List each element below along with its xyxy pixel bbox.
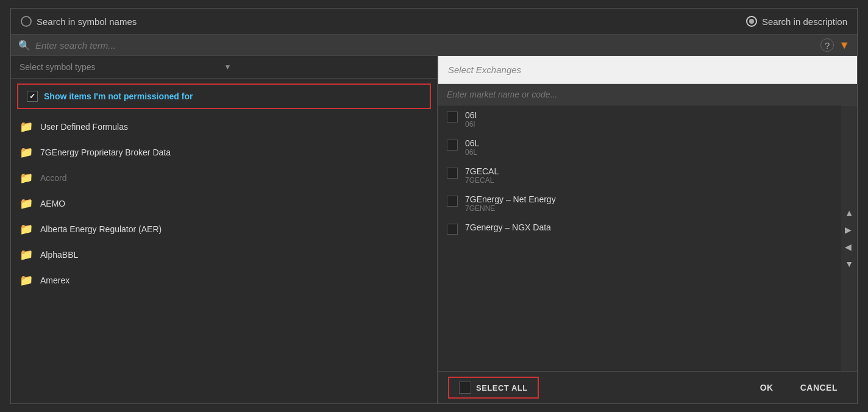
cancel-button[interactable]: CANCEL bbox=[791, 379, 847, 396]
exchange-name: 7GEnergy – Net Energy bbox=[465, 194, 556, 204]
exchange-item[interactable]: 7GECAL 7GECAL bbox=[438, 162, 841, 190]
market-search-bar bbox=[438, 84, 857, 105]
exchanges-header: Select Exchanges bbox=[438, 56, 857, 84]
search-input[interactable] bbox=[35, 40, 816, 51]
exchange-name: 7GECAL bbox=[465, 166, 499, 176]
list-item-label: Alberta Energy Regulator (AER) bbox=[40, 224, 162, 234]
symbol-type-label: Select symbol types bbox=[20, 62, 224, 72]
list-item[interactable]: 📁 AlphaBBL bbox=[11, 242, 437, 268]
right-panel-content: 06I 06I 06L 06L 7GECAL bbox=[438, 105, 857, 371]
permission-label: Show items I'm not permissioned for bbox=[44, 91, 193, 101]
folder-icon: 📁 bbox=[20, 222, 33, 236]
exchange-checkbox[interactable] bbox=[447, 140, 458, 151]
bottom-bar: SELECT ALL OK CANCEL bbox=[438, 371, 857, 403]
scroll-up-icon[interactable]: ▲ bbox=[842, 205, 856, 220]
list-item[interactable]: 📁 AEMO bbox=[11, 191, 437, 216]
expand-right-icon[interactable]: ▶ bbox=[842, 222, 856, 237]
main-dialog: Search in symbol names Search in descrip… bbox=[10, 8, 858, 404]
expand-left-icon[interactable]: ◀ bbox=[842, 240, 856, 254]
list-item-label: 7GEnergy Proprietary Broker Data bbox=[40, 147, 171, 157]
folder-icon: 📁 bbox=[20, 197, 33, 210]
list-item-label: User Defined Formulas bbox=[40, 122, 128, 132]
radio-description[interactable]: Search in description bbox=[746, 16, 847, 27]
exchange-info: 06L 06L bbox=[465, 138, 479, 157]
list-item[interactable]: 📁 Accord bbox=[11, 165, 437, 191]
select-all-checkbox bbox=[459, 382, 471, 394]
select-all-button[interactable]: SELECT ALL bbox=[448, 377, 539, 399]
symbol-type-dropdown[interactable]: Select symbol types ▼ bbox=[11, 56, 437, 79]
market-search-input[interactable] bbox=[447, 90, 848, 99]
radio-description-circle bbox=[746, 16, 757, 27]
help-button[interactable]: ? bbox=[820, 38, 834, 52]
left-panel: Select symbol types ▼ ✓ Show items I'm n… bbox=[11, 56, 438, 403]
list-item-label: AEMO bbox=[40, 199, 65, 208]
exchange-info: 7GEnergy – Net Energy 7GENNE bbox=[465, 194, 556, 213]
exchange-code: 06I bbox=[465, 120, 477, 129]
list-item[interactable]: 📁 7GEnergy Proprietary Broker Data bbox=[11, 140, 437, 165]
exchange-code: 7GENNE bbox=[465, 204, 556, 213]
list-item[interactable]: 📁 Amerex bbox=[11, 268, 437, 293]
radio-symbol-names[interactable]: Search in symbol names bbox=[21, 16, 137, 27]
folder-icon: 📁 bbox=[20, 274, 33, 287]
select-all-label: SELECT ALL bbox=[476, 383, 528, 392]
exchange-info: 7GECAL 7GECAL bbox=[465, 166, 499, 185]
dropdown-arrow-icon: ▼ bbox=[224, 63, 429, 71]
radio-description-label: Search in description bbox=[762, 16, 847, 27]
list-item-label: Amerex bbox=[40, 275, 69, 285]
exchange-info: 7Genergy – NGX Data bbox=[465, 222, 551, 232]
search-icon: 🔍 bbox=[18, 40, 30, 51]
radio-symbol-names-label: Search in symbol names bbox=[37, 16, 137, 27]
exchange-item[interactable]: 7Genergy – NGX Data bbox=[438, 218, 841, 240]
exchange-checkbox[interactable] bbox=[447, 112, 458, 123]
folder-icon: 📁 bbox=[20, 171, 33, 185]
permission-checkbox[interactable]: ✓ bbox=[27, 91, 38, 102]
exchange-info: 06I 06I bbox=[465, 110, 477, 129]
radio-symbol-names-circle bbox=[21, 16, 32, 27]
exchanges-title: Select Exchanges bbox=[448, 65, 521, 75]
ok-button[interactable]: OK bbox=[750, 379, 783, 396]
permission-checkbox-row[interactable]: ✓ Show items I'm not permissioned for bbox=[17, 83, 431, 109]
folder-icon: 📁 bbox=[20, 248, 33, 261]
exchange-item[interactable]: 7GEnergy – Net Energy 7GENNE bbox=[438, 190, 841, 218]
exchange-code: 7GECAL bbox=[465, 176, 499, 185]
list-item-label: Accord bbox=[40, 173, 67, 183]
exchange-checkbox[interactable] bbox=[447, 224, 458, 235]
exchange-name: 7Genergy – NGX Data bbox=[465, 222, 551, 232]
folder-icon: 📁 bbox=[20, 146, 33, 159]
list-item-label: AlphaBBL bbox=[40, 250, 78, 260]
list-item[interactable]: 📁 Alberta Energy Regulator (AER) bbox=[11, 216, 437, 242]
main-area: Select symbol types ▼ ✓ Show items I'm n… bbox=[11, 56, 857, 403]
radio-bar: Search in symbol names Search in descrip… bbox=[11, 9, 857, 34]
exchange-name: 06L bbox=[465, 138, 479, 148]
exchange-checkbox[interactable] bbox=[447, 168, 458, 179]
scroll-down-icon[interactable]: ▼ bbox=[842, 257, 856, 271]
folder-icon: 📁 bbox=[20, 120, 33, 133]
exchange-item[interactable]: 06I 06I bbox=[438, 105, 841, 133]
exchange-code: 06L bbox=[465, 148, 479, 157]
exchange-name: 06I bbox=[465, 110, 477, 120]
right-panel: Select Exchanges 06I 06I bbox=[438, 56, 857, 403]
symbol-list: 📁 User Defined Formulas 📁 7GEnergy Propr… bbox=[11, 114, 437, 403]
side-arrows: ▲ ▶ ◀ ▼ bbox=[841, 105, 857, 371]
exchange-checkbox[interactable] bbox=[447, 196, 458, 207]
exchange-item[interactable]: 06L 06L bbox=[438, 133, 841, 162]
exchanges-list: 06I 06I 06L 06L 7GECAL bbox=[438, 105, 841, 371]
list-item[interactable]: 📁 User Defined Formulas bbox=[11, 114, 437, 140]
filter-icon[interactable]: ▼ bbox=[839, 39, 850, 52]
search-bar: 🔍 ? ▼ bbox=[11, 34, 857, 56]
